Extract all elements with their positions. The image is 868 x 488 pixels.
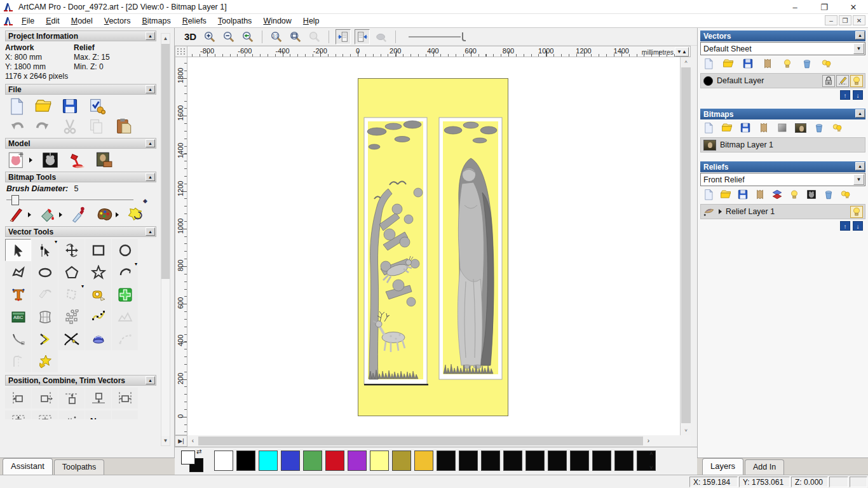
new-vector-layer-icon[interactable]	[703, 58, 714, 69]
scrollbar-thumb[interactable]	[681, 67, 691, 423]
save-vector-layer-icon[interactable]	[742, 58, 754, 69]
tab-assistant[interactable]: Assistant	[3, 458, 53, 475]
colour-swatch[interactable]	[392, 451, 411, 471]
layer-visible-icon[interactable]	[850, 75, 863, 87]
redo-icon[interactable]	[34, 118, 52, 135]
select-vectors-tool[interactable]	[5, 239, 31, 261]
colour-swatch[interactable]	[214, 451, 233, 471]
toggle-all-visibility-icon[interactable]	[821, 58, 832, 69]
palette-scroll-up-icon[interactable]: ˄	[646, 450, 656, 459]
zoom-slider-handle[interactable]	[462, 32, 466, 41]
link-colours-icon[interactable]: ⇄	[196, 448, 201, 455]
collapse-icon[interactable]: ▲	[146, 32, 155, 40]
texture-relief-icon[interactable]	[95, 151, 112, 169]
save-relief-layer-icon[interactable]	[737, 189, 749, 200]
section-bitmap-tools[interactable]: Bitmap Tools ▲	[5, 172, 156, 182]
nesting-tool[interactable]: Nes	[85, 410, 111, 419]
envelope-distort-tool[interactable]	[32, 306, 58, 328]
convert-bitmap-icon[interactable]	[795, 123, 806, 133]
zoom-slider[interactable]	[409, 31, 469, 43]
mdi-restore-button[interactable]: ❐	[839, 15, 851, 25]
text-block-tool[interactable]: ABC	[5, 306, 31, 328]
dropdown-arrow-icon[interactable]: ▼	[853, 174, 864, 185]
ruler-origin-button[interactable]: ▶|	[175, 435, 187, 447]
move-layer-down-icon[interactable]: ↓	[853, 221, 863, 231]
create-polygon-tool[interactable]	[58, 261, 85, 283]
colour-swatch[interactable]	[459, 451, 478, 471]
colour-swatch[interactable]	[414, 451, 433, 471]
align-left-tool[interactable]	[5, 388, 31, 409]
align-centre-tool[interactable]	[112, 388, 138, 409]
restore-button[interactable]: ❐	[810, 0, 839, 14]
open-vector-layer-icon[interactable]	[722, 58, 734, 69]
menu-file[interactable]: File	[16, 15, 40, 27]
menu-bitmaps[interactable]: Bitmaps	[136, 15, 176, 27]
collapse-icon[interactable]: ▲	[855, 109, 865, 118]
offset-vector-tool[interactable]	[32, 328, 58, 350]
centre-boundary-tool[interactable]	[32, 410, 58, 419]
collapse-icon[interactable]: ▲	[146, 376, 155, 384]
section-profile-tool-disabled[interactable]	[5, 350, 31, 372]
section-vector-tools[interactable]: Vector Tools ▲	[5, 226, 156, 237]
reliefs-panel-header[interactable]: Reliefs ▲	[700, 161, 865, 172]
toggle-all-visibility-icon[interactable]	[832, 122, 843, 133]
trim-vectors-tool[interactable]	[58, 328, 85, 350]
save-model-icon[interactable]	[61, 97, 79, 115]
primary-colour-swatch[interactable]	[181, 451, 195, 464]
zoom-previous-button[interactable]	[240, 29, 255, 44]
colour-swatch[interactable]	[548, 451, 567, 471]
cut-icon-disabled[interactable]	[61, 118, 79, 135]
ruler-units-dropdown[interactable]: ▼▲	[675, 47, 689, 57]
set-model-size-icon[interactable]	[8, 151, 25, 169]
create-star-tool[interactable]	[85, 261, 111, 283]
brush-diameter-slider[interactable]: ◆	[6, 197, 133, 203]
create-polyline-tool[interactable]	[5, 261, 31, 283]
flood-fill-icon[interactable]	[39, 206, 57, 224]
menu-model[interactable]: Model	[65, 15, 98, 27]
colour-swatch[interactable]	[281, 451, 300, 471]
measure-tool[interactable]	[85, 283, 111, 306]
section-project-information[interactable]: Project Information ▲	[5, 30, 156, 41]
section-file[interactable]: File ▲	[5, 84, 156, 95]
tab-layers[interactable]: Layers	[702, 458, 743, 475]
reduce-colours-icon[interactable]	[126, 206, 144, 224]
minimize-button[interactable]: –	[780, 0, 810, 14]
palette-scroll-down-icon[interactable]: ˅	[646, 464, 656, 473]
preview-relief-button-disabled[interactable]	[374, 29, 389, 44]
primary-secondary-colour-indicator[interactable]: ⇄	[181, 451, 210, 473]
bitmap-layer-row[interactable]: Bitmap Layer 1	[700, 137, 865, 152]
collapse-icon[interactable]: ▲	[146, 173, 155, 181]
open-relief-layer-icon[interactable]	[720, 189, 731, 200]
lock-layer-icon[interactable]	[822, 75, 835, 87]
scrollbar-thumb[interactable]	[198, 437, 643, 445]
paste-array-tool[interactable]	[58, 410, 85, 419]
menu-window[interactable]: Window	[257, 15, 297, 27]
convert-relief-icon[interactable]	[806, 189, 817, 200]
blend-spline-tool-disabled[interactable]	[112, 328, 138, 350]
colour-swatch[interactable]	[348, 451, 367, 471]
delete-layer-icon[interactable]	[813, 122, 825, 133]
scroll-down-icon[interactable]: ˅	[681, 426, 691, 435]
vector-layer-row[interactable]: Default Layer	[700, 73, 865, 88]
colour-swatch[interactable]	[570, 451, 589, 471]
menu-vectors[interactable]: Vectors	[98, 15, 137, 27]
toggle-bitmap-visibility-button[interactable]	[336, 29, 351, 44]
colour-swatch[interactable]	[592, 451, 611, 471]
transform-vectors-tool[interactable]	[58, 239, 85, 261]
section-model[interactable]: Model ▲	[5, 138, 156, 149]
colour-swatch[interactable]	[236, 451, 255, 471]
merge-relief-layers-icon[interactable]	[754, 189, 766, 200]
zoom-in-button[interactable]	[202, 29, 217, 44]
assistant-scrollbar[interactable]: ▲ ▼	[161, 33, 170, 446]
adjust-model-icon[interactable]	[41, 151, 59, 169]
create-rectangle-tool[interactable]	[85, 239, 111, 261]
interactive-distortion-tool[interactable]	[85, 328, 111, 350]
create-text-tool[interactable]	[5, 283, 31, 306]
zoom-fit-button[interactable]	[288, 29, 303, 44]
paste-along-curve-tool[interactable]	[58, 306, 85, 328]
delete-layer-icon[interactable]	[823, 189, 834, 200]
tab-add-in[interactable]: Add In	[745, 459, 784, 475]
toggle-visibility-icon[interactable]	[782, 58, 793, 69]
new-relief-layer-icon[interactable]	[703, 189, 714, 200]
undo-icon[interactable]	[8, 118, 25, 135]
